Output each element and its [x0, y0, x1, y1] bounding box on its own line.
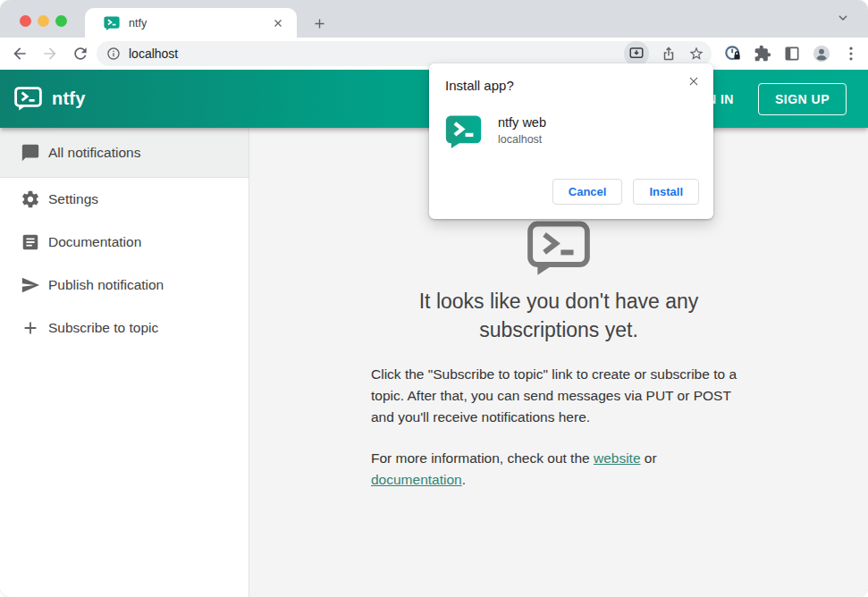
chat-bubble-icon — [21, 143, 40, 163]
empty-state: It looks like you don't have any subscri… — [371, 221, 746, 491]
sidebar-item-label: Subscribe to topic — [48, 320, 158, 336]
tab-title: ntfy — [129, 17, 270, 29]
brand-name: ntfy — [52, 88, 85, 109]
sidebar-item-publish-notification[interactable]: Publish notification — [0, 264, 249, 307]
sidebar-item-label: Publish notification — [48, 277, 164, 293]
documentation-link[interactable]: documentation — [371, 472, 462, 487]
bookmark-star-icon[interactable] — [688, 46, 704, 62]
sidebar-item-label: All notifications — [48, 145, 140, 161]
side-panel-icon[interactable] — [783, 45, 801, 63]
privacy-extension-icon[interactable] — [724, 45, 742, 63]
gear-icon — [21, 189, 40, 209]
tab-close-icon[interactable] — [270, 15, 286, 31]
install-button[interactable]: Install — [633, 179, 699, 205]
sidebar-item-label: Settings — [48, 191, 98, 207]
url-text[interactable]: localhost — [129, 46, 624, 61]
cancel-button[interactable]: Cancel — [552, 179, 623, 205]
zoom-window-button[interactable] — [55, 15, 67, 27]
sidebar-item-settings[interactable]: Settings — [0, 178, 249, 221]
share-icon[interactable] — [661, 46, 677, 62]
address-bar[interactable]: localhost — [97, 41, 712, 66]
empty-paragraph-1: Click the "Subscribe to topic" link to c… — [371, 364, 746, 428]
plus-icon — [21, 318, 40, 338]
popup-close-icon[interactable] — [685, 72, 703, 90]
window-controls — [20, 15, 67, 27]
tab-strip: ntfy — [0, 0, 868, 38]
install-app-popup: Install app? ntfy web localhost Cancel I… — [429, 63, 713, 219]
sidebar: All notifications Settings Documentation… — [0, 128, 249, 597]
sign-up-button[interactable]: SIGN UP — [758, 83, 847, 115]
popup-app-origin: localhost — [498, 133, 546, 146]
tab-search-chevron-icon[interactable] — [836, 11, 852, 27]
sidebar-item-documentation[interactable]: Documentation — [0, 221, 249, 264]
new-tab-plus-icon[interactable] — [308, 12, 331, 35]
reload-icon[interactable] — [72, 45, 89, 63]
ntfy-favicon-icon — [104, 15, 120, 31]
menu-dots-icon[interactable] — [842, 45, 860, 63]
ntfy-logo-gray-icon — [527, 221, 591, 276]
empty-paragraph-2: For more information, check out the webs… — [371, 448, 746, 491]
sidebar-item-label: Documentation — [48, 234, 141, 250]
minimize-window-button[interactable] — [38, 15, 49, 27]
site-info-icon[interactable] — [106, 46, 121, 61]
back-icon[interactable] — [11, 45, 29, 63]
close-window-button[interactable] — [20, 15, 31, 27]
ntfy-app-icon — [445, 114, 482, 150]
article-icon — [21, 232, 40, 252]
sidebar-item-all-notifications[interactable]: All notifications — [0, 128, 249, 178]
profile-avatar-icon[interactable] — [813, 45, 830, 63]
website-link[interactable]: website — [594, 450, 641, 466]
empty-heading: It looks like you don't have any subscri… — [371, 287, 746, 344]
extensions-puzzle-icon[interactable] — [754, 45, 771, 63]
browser-window: ntfy localhost — [0, 0, 868, 597]
ntfy-logo-icon — [14, 87, 42, 111]
send-icon — [21, 275, 40, 295]
popup-title: Install app? — [445, 78, 699, 93]
browser-tab[interactable]: ntfy — [85, 8, 297, 38]
install-app-icon[interactable] — [624, 41, 649, 66]
sidebar-item-subscribe-to-topic[interactable]: Subscribe to topic — [0, 307, 249, 349]
popup-app-name: ntfy web — [498, 115, 546, 130]
forward-icon — [41, 45, 59, 63]
